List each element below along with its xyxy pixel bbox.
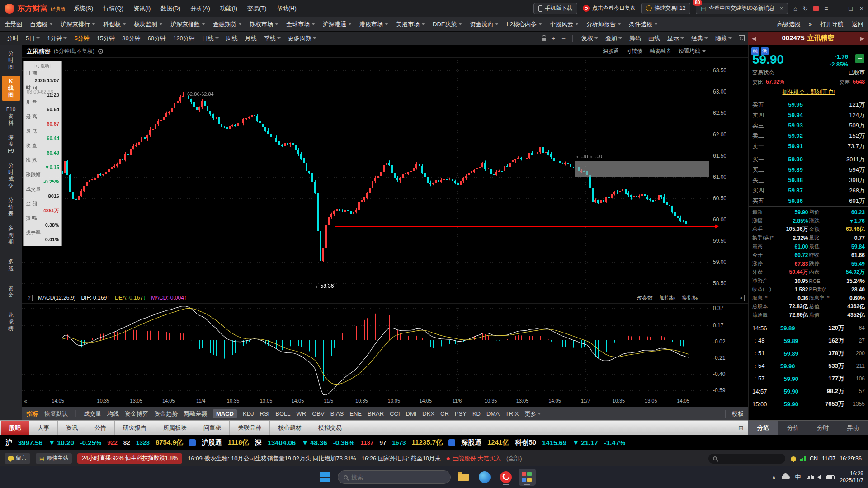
zoom-in-button[interactable]: + bbox=[550, 34, 557, 42]
nav-沪深港通[interactable]: 沪深港通 bbox=[323, 20, 352, 28]
open-account-link[interactable]: 抓住机会，即刻开户! bbox=[749, 89, 868, 96]
macd-action-加指标[interactable]: 加指标 bbox=[659, 294, 675, 302]
menu-交易(T)[interactable]: 交易(T) bbox=[247, 5, 267, 13]
news-search-box[interactable] bbox=[708, 454, 785, 464]
tab-股吧[interactable]: 股吧 bbox=[1, 421, 29, 435]
period-60分钟[interactable]: 60分钟 bbox=[145, 33, 169, 44]
period-更多周期[interactable]: 更多周期 bbox=[285, 33, 320, 44]
nav-返回[interactable]: 返回 bbox=[852, 20, 863, 28]
sidebar-item-分时成交[interactable]: 分时成交 bbox=[2, 160, 20, 192]
sidebar-item-龙虎榜[interactable]: 龙虎榜 bbox=[2, 310, 20, 334]
template-button[interactable]: 模板 bbox=[725, 410, 744, 418]
stock-alert[interactable]: ◆巨能股份 大笔买入 bbox=[446, 455, 501, 463]
search-input[interactable] bbox=[351, 474, 445, 481]
indicator-OBV[interactable]: OBV bbox=[312, 410, 324, 417]
ime-indicator[interactable]: 中 bbox=[795, 473, 801, 481]
chart-opt-设置均线[interactable]: 设置均线 bbox=[679, 47, 706, 55]
active-app-icon[interactable] bbox=[519, 469, 536, 486]
sidebar-item-分时图[interactable]: 分时图 bbox=[2, 48, 20, 73]
daily-replay-link[interactable]: 点击查看今日复盘 bbox=[583, 5, 636, 12]
close-indicator-icon[interactable]: × bbox=[738, 295, 745, 301]
period-5日[interactable]: 5日 bbox=[23, 33, 43, 44]
indicator-RSI[interactable]: RSI bbox=[260, 410, 270, 417]
period-30分钟[interactable]: 30分钟 bbox=[119, 33, 143, 44]
tab-分价[interactable]: 分价 bbox=[778, 421, 808, 435]
eastmoney-app-icon[interactable] bbox=[497, 469, 514, 486]
news-item[interactable]: 16:26国家外汇局: 截至10月末 bbox=[362, 455, 441, 463]
menu-行情(Q)[interactable]: 行情(Q) bbox=[103, 5, 123, 13]
news-item[interactable]: 16:09傲农生物: 10月公司生猪销售量19.02万头 同比增加73.31% bbox=[188, 455, 356, 463]
nav-科创板[interactable]: 科创板 bbox=[103, 20, 126, 28]
nav-金融期货[interactable]: 金融期货 bbox=[213, 20, 242, 28]
nav-板块监测[interactable]: 板块监测 bbox=[134, 20, 163, 28]
sidebar-item-多周期[interactable]: 多周期 bbox=[2, 223, 20, 248]
indicator-more[interactable]: 更多 bbox=[524, 410, 541, 418]
tab-问董秘[interactable]: 问董秘 bbox=[195, 421, 230, 435]
indicator-MACD[interactable]: MACD bbox=[213, 409, 237, 418]
menu-资讯(I)[interactable]: 资讯(I) bbox=[133, 5, 151, 13]
nav-个股风云[interactable]: 个股风云 bbox=[550, 20, 579, 28]
tab-大事[interactable]: 大事 bbox=[29, 421, 58, 435]
indicator-BIAS[interactable]: BIAS bbox=[330, 410, 344, 417]
lock-icon[interactable] bbox=[542, 38, 546, 41]
nav-»[interactable]: » bbox=[809, 21, 812, 28]
indicator-两融差额[interactable]: 两融差额 bbox=[184, 410, 207, 418]
indicator-KDJ[interactable]: KDJ bbox=[243, 410, 254, 417]
macd-action-改参数[interactable]: 改参数 bbox=[637, 294, 653, 302]
period-分时[interactable]: 分时 bbox=[4, 33, 22, 44]
nav-打开导航[interactable]: 打开导航 bbox=[820, 20, 844, 28]
tab-indicator[interactable]: 指标 bbox=[27, 410, 38, 418]
refresh-icon[interactable]: ↻ bbox=[803, 5, 808, 12]
tool-筹码[interactable]: 筹码 bbox=[626, 33, 644, 44]
help-icon[interactable]: ? bbox=[26, 295, 33, 301]
indicator-CR[interactable]: CR bbox=[440, 410, 449, 417]
tab-分时[interactable]: 分时 bbox=[808, 421, 838, 435]
scroll-left-button[interactable]: « bbox=[24, 398, 27, 404]
sidebar-item-K线图[interactable]: K线图 bbox=[2, 76, 20, 101]
tab-关联品种[interactable]: 关联品种 bbox=[230, 421, 270, 435]
start-button[interactable] bbox=[316, 469, 334, 486]
gear-icon[interactable] bbox=[98, 49, 103, 54]
nav-DDE决策[interactable]: DDE决策 bbox=[433, 20, 462, 28]
menu-数据(D)[interactable]: 数据(D) bbox=[160, 5, 180, 13]
nav-港股市场[interactable]: 港股市场 bbox=[359, 20, 388, 28]
cloud-icon[interactable] bbox=[782, 475, 790, 479]
nav-美股市场[interactable]: 美股市场 bbox=[396, 20, 425, 28]
tool-叠加[interactable]: 叠加 bbox=[602, 33, 625, 44]
tab-研究报告[interactable]: 研究报告 bbox=[115, 421, 155, 435]
tab-公告[interactable]: 公告 bbox=[86, 421, 115, 435]
indicator-CCI[interactable]: CCI bbox=[390, 410, 400, 417]
period-日线[interactable]: 日线 bbox=[199, 33, 222, 44]
prev-stock-button[interactable]: ◀ bbox=[752, 35, 756, 42]
period-15分钟[interactable]: 15分钟 bbox=[94, 33, 118, 44]
layout-grid-icon[interactable]: ⊞ bbox=[738, 424, 744, 432]
view-all-link[interactable]: (全部) bbox=[506, 455, 522, 463]
period-周线[interactable]: 周线 bbox=[223, 33, 241, 44]
menu-icon[interactable]: ≡ bbox=[824, 5, 828, 12]
indicator-WR[interactable]: WR bbox=[296, 410, 306, 417]
chart-opt-深股通[interactable]: 深股通 bbox=[603, 47, 619, 55]
tray-expand-icon[interactable]: ∧ bbox=[772, 474, 776, 481]
mobile-download-button[interactable]: 手机版下载 bbox=[533, 3, 577, 14]
indicator-成交量[interactable]: 成交量 bbox=[84, 410, 101, 418]
tool-经典[interactable]: 经典 bbox=[688, 33, 711, 44]
tool-显示[interactable]: 显示 bbox=[664, 33, 687, 44]
indicator-ENE[interactable]: ENE bbox=[349, 410, 362, 417]
next-stock-button[interactable]: ▶ bbox=[860, 35, 864, 42]
indicator-DKX[interactable]: DKX bbox=[422, 410, 434, 417]
taskbar-search[interactable] bbox=[338, 470, 451, 484]
fullscreen-icon[interactable] bbox=[739, 35, 745, 41]
taskbar-clock[interactable]: 16:29 2025/11/7 bbox=[840, 470, 864, 484]
tab-异动[interactable]: 异动 bbox=[838, 421, 868, 435]
sidebar-item-资金[interactable]: 资金 bbox=[2, 283, 20, 301]
remove-watchlist-button[interactable]: ─ bbox=[855, 54, 864, 63]
tool-隐藏[interactable]: 隐藏 bbox=[712, 33, 735, 44]
gift-icon[interactable] bbox=[813, 6, 819, 11]
chart-opt-可转债[interactable]: 可转债 bbox=[626, 47, 642, 55]
tool-画线[interactable]: 画线 bbox=[645, 33, 663, 44]
message-button[interactable]: 留言 bbox=[5, 453, 30, 464]
tab-资讯[interactable]: 资讯 bbox=[58, 421, 86, 435]
period-120分钟[interactable]: 120分钟 bbox=[170, 33, 198, 44]
sidebar-item-深度F9[interactable]: 深度F9 bbox=[2, 132, 20, 157]
indicator-资金博弈[interactable]: 资金博弈 bbox=[125, 410, 148, 418]
